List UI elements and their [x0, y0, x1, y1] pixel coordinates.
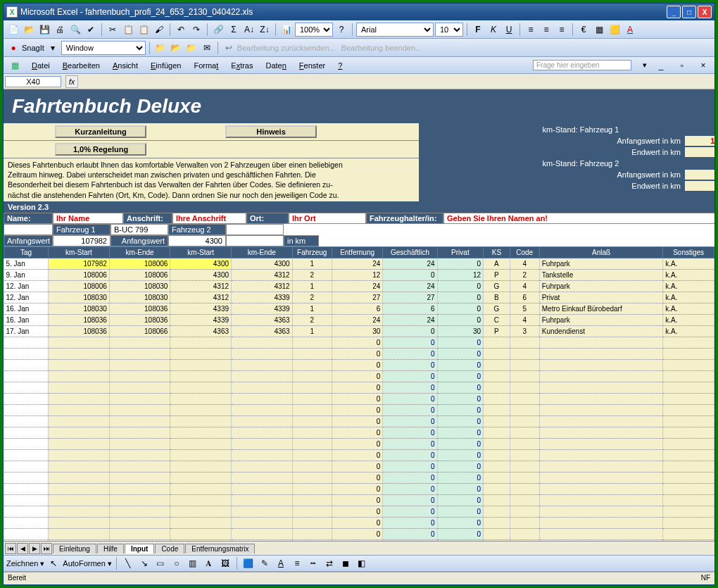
menu-ansicht[interactable]: Ansicht [110, 60, 141, 71]
align-center-icon[interactable]: ≡ [539, 23, 553, 37]
maximize-button[interactable]: □ [682, 6, 696, 18]
cell-anlass[interactable]: Metro Einkauf Bürobedarf [539, 303, 663, 314]
cell-code[interactable]: 5 [510, 303, 539, 314]
cell-ke2[interactable]: 4363 [232, 325, 293, 337]
col-header[interactable]: Geschäftlich [383, 246, 437, 258]
col-header[interactable]: Anlaß [539, 246, 663, 258]
cell-ke1[interactable]: 108030 [109, 280, 170, 292]
hyperlink-icon[interactable]: 🔗 [211, 23, 225, 37]
snagit-icon[interactable]: ● [6, 41, 20, 55]
sheet-tab-hilfe[interactable]: Hilfe [97, 544, 124, 553]
align-right-icon[interactable]: ≡ [555, 23, 569, 37]
table-row-empty[interactable]: 000 [4, 415, 714, 427]
cell-ke2[interactable]: 4300 [232, 258, 293, 269]
redo-icon[interactable]: ↷ [189, 23, 203, 37]
input-name[interactable]: Ihr Name [53, 213, 123, 224]
undo-icon[interactable]: ↶ [174, 23, 188, 37]
bold-icon[interactable]: F [471, 23, 485, 37]
cell-anlass[interactable]: Tankstelle [539, 269, 663, 280]
cell-tag[interactable]: 17. Jan [4, 325, 49, 337]
cell-fz[interactable]: 1 [292, 325, 332, 337]
sort-desc-icon[interactable]: Z↓ [258, 23, 272, 37]
sheet-tab-code[interactable]: Code [155, 544, 184, 553]
cell-son[interactable]: k.A. [663, 280, 714, 292]
cell-fz[interactable]: 1 [292, 303, 332, 314]
arrow-style-icon[interactable]: ⇄ [322, 556, 336, 570]
cell-anlass[interactable]: Fuhrpark [539, 314, 663, 325]
table-row-empty[interactable]: 000 [4, 427, 714, 438]
col-header[interactable]: Privat [437, 246, 484, 258]
cell-ks[interactable]: A [484, 258, 510, 269]
cell-prv[interactable]: 30 [437, 325, 484, 337]
cell-code[interactable]: 6 [510, 292, 539, 303]
table-row-empty[interactable]: 000 [4, 449, 714, 461]
tab-next-icon[interactable]: ▶ [29, 543, 40, 554]
cell-code[interactable]: 4 [510, 314, 539, 325]
cell-ke2[interactable]: 4312 [232, 269, 293, 280]
tab-first-icon[interactable]: ⏮ [5, 543, 16, 554]
cell-ks2[interactable]: 4300 [170, 269, 232, 280]
currency-icon[interactable]: € [577, 23, 591, 37]
cell-ks1[interactable]: 108036 [49, 314, 110, 325]
cell-ks2[interactable]: 4312 [170, 292, 232, 303]
cell-ks2[interactable]: 4312 [170, 280, 232, 292]
table-row[interactable]: 17. Jan10803610806643634363130030P3Kunde… [4, 325, 714, 337]
sort-asc-icon[interactable]: A↓ [242, 23, 256, 37]
menu-daten[interactable]: Daten [263, 60, 289, 71]
titlebar[interactable]: X Microsoft Excel - fahrtenbuch_profi_24… [4, 4, 714, 20]
cell-ke2[interactable]: 4339 [232, 303, 293, 314]
font-color2-icon[interactable]: A [274, 556, 288, 570]
review-send-icon[interactable]: ↩ [222, 41, 236, 55]
cell-fz[interactable]: 2 [292, 269, 332, 280]
save-icon[interactable]: 💾 [37, 23, 51, 37]
cell-prv[interactable]: 0 [437, 292, 484, 303]
cell-ks1[interactable]: 108030 [49, 303, 110, 314]
table-row-empty[interactable]: 000 [4, 404, 714, 415]
table-row[interactable]: 16. Jan10803610803643394363224240C4Fuhrp… [4, 314, 714, 325]
folder1-icon[interactable]: 📁 [153, 41, 168, 55]
cell-tag[interactable]: 16. Jan [4, 314, 49, 325]
textbox-icon[interactable]: ▥ [186, 556, 200, 570]
cell-ks2[interactable]: 4339 [170, 314, 232, 325]
cell-ks1[interactable]: 108036 [49, 325, 110, 337]
borders-icon[interactable]: ▦ [592, 23, 606, 37]
menu-help[interactable]: ? [335, 60, 345, 71]
cell-ges[interactable]: 24 [383, 314, 437, 325]
cell-ks[interactable]: P [484, 325, 510, 337]
dash-icon[interactable]: ┅ [306, 556, 320, 570]
paste-icon[interactable]: 📋 [137, 23, 151, 37]
italic-icon[interactable]: K [486, 23, 500, 37]
minimize-button[interactable]: _ [667, 6, 681, 18]
table-row-empty[interactable]: 000 [4, 438, 714, 449]
cell-fz[interactable]: 2 [292, 314, 332, 325]
table-row[interactable]: 16. Jan108030108036433943391660G5Metro E… [4, 303, 714, 314]
spell-icon[interactable]: ✔ [84, 23, 98, 37]
table-row-empty[interactable]: 000 [4, 528, 714, 539]
table-row[interactable]: 12. Jan10803010803043124339227270B6Priva… [4, 292, 714, 303]
worksheet-area[interactable]: Fahrtenbuch Deluxe Kurzanleitung Hinweis… [4, 89, 714, 541]
cell-ke1[interactable]: 108006 [109, 258, 170, 269]
cell-ges[interactable]: 24 [383, 280, 437, 292]
cell-code[interactable]: 4 [510, 258, 539, 269]
cell-ks1[interactable]: 108006 [49, 280, 110, 292]
cell-fz[interactable]: 1 [292, 280, 332, 292]
cell-fz[interactable]: 1 [292, 258, 332, 269]
input-anschrift[interactable]: Ihre Anschrift [172, 213, 246, 224]
open-icon[interactable]: 📂 [22, 23, 36, 37]
close-button[interactable]: X [698, 6, 712, 18]
help-icon[interactable]: ? [334, 23, 348, 37]
col-header[interactable]: Sonstiges [663, 246, 714, 258]
select-icon[interactable]: ↖ [46, 556, 61, 570]
kennzeichen1[interactable]: B-UC 799 [111, 224, 168, 235]
kennzeichen2[interactable] [226, 224, 284, 235]
line-icon[interactable]: ╲ [121, 556, 135, 570]
cell-code[interactable]: 3 [510, 325, 539, 337]
cell-anlass[interactable]: Fuhrpark [539, 258, 663, 269]
cell-prv[interactable]: 0 [437, 303, 484, 314]
col-header[interactable]: KS [484, 246, 510, 258]
table-row-empty[interactable]: 000 [4, 359, 714, 370]
sheet-tab-entfernungsmatrix[interactable]: Entfernungsmatrix [185, 544, 255, 553]
col-header[interactable]: Entfernung [332, 246, 383, 258]
cell-ges[interactable]: 6 [383, 303, 437, 314]
line-color-icon[interactable]: ✎ [258, 556, 272, 570]
